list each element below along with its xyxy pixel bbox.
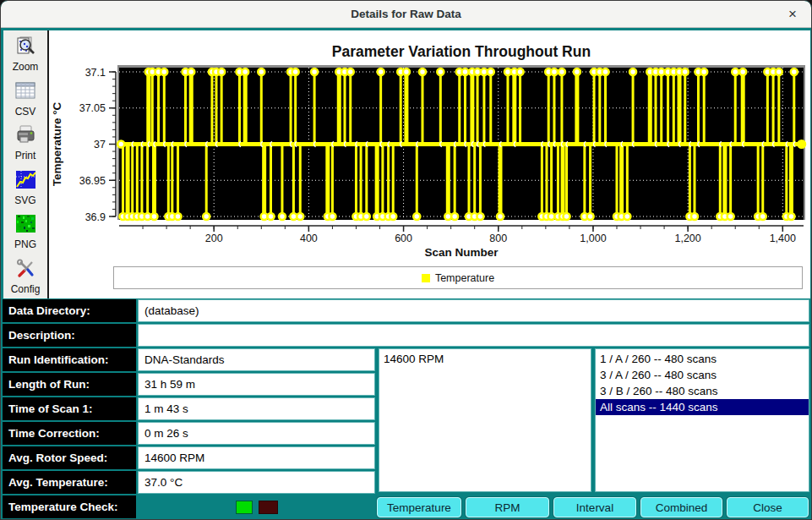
scan-list-item[interactable]: 3 / B / 260 -- 480 scans bbox=[596, 383, 809, 399]
rpm-list-item[interactable]: 14600 RPM bbox=[379, 351, 591, 367]
svg-text:1,400: 1,400 bbox=[770, 233, 796, 244]
form-label-8: Temperature Check: bbox=[3, 495, 136, 518]
svg-text:600: 600 bbox=[395, 233, 412, 244]
printer-icon bbox=[14, 124, 37, 149]
svg-text:36.95: 36.95 bbox=[79, 175, 106, 187]
temperature-check-ok-indicator bbox=[236, 501, 253, 514]
config-button[interactable]: Config bbox=[11, 258, 41, 295]
svg-text:36.9: 36.9 bbox=[85, 211, 106, 223]
scan-list[interactable]: 1 / A / 260 -- 480 scans3 / A / 260 -- 4… bbox=[595, 348, 809, 492]
close-button[interactable]: Close bbox=[727, 497, 809, 517]
svg-text:Temperature °C: Temperature °C bbox=[51, 101, 63, 186]
svg-button[interactable]: SVG bbox=[14, 169, 37, 206]
png-button-label: PNG bbox=[14, 238, 36, 250]
form-value-5: 0 m 26 s bbox=[138, 422, 375, 445]
png-image-icon bbox=[14, 213, 37, 238]
interval-button[interactable]: Interval bbox=[553, 497, 636, 517]
form-label-1: Description: bbox=[3, 324, 136, 347]
csv-button[interactable]: CSV bbox=[14, 80, 37, 118]
svg-button-label: SVG bbox=[14, 194, 35, 206]
csv-button-label: CSV bbox=[15, 106, 36, 118]
form-value-3: 31 h 59 m bbox=[138, 373, 375, 396]
scan-list-item[interactable]: 1 / A / 260 -- 480 scans bbox=[596, 351, 809, 367]
svg-text:37.05: 37.05 bbox=[79, 102, 106, 114]
close-icon[interactable]: × bbox=[782, 4, 803, 25]
toolbar: Zoom CSV bbox=[3, 30, 49, 298]
form-label-3: Length of Run: bbox=[3, 373, 136, 396]
zoom-button-label: Zoom bbox=[13, 61, 39, 73]
form-label-2: Run Identification: bbox=[3, 348, 136, 371]
titlebar: Details for Raw Data × bbox=[1, 1, 811, 28]
temperature-legend-label: Temperature bbox=[435, 272, 494, 284]
svg-text:200: 200 bbox=[205, 233, 223, 244]
form-label-0: Data Directory: bbox=[3, 299, 136, 322]
chart-panel: Parameter Variation Throughout Run37.137… bbox=[49, 30, 810, 298]
svg-text:400: 400 bbox=[300, 233, 318, 244]
svg-text:37.1: 37.1 bbox=[85, 67, 106, 79]
svg-text:37: 37 bbox=[94, 139, 106, 151]
png-button[interactable]: PNG bbox=[14, 213, 37, 250]
form-value-2: DNA-Standards bbox=[138, 348, 375, 371]
temperature-check-fault-indicator bbox=[259, 501, 278, 514]
temperature-legend-swatch bbox=[422, 274, 430, 282]
details-dialog: Details for Raw Data × Zoom bbox=[0, 0, 812, 520]
print-button[interactable]: Print bbox=[14, 124, 37, 161]
rpm-list[interactable]: 14600 RPM bbox=[379, 348, 591, 492]
print-button-label: Print bbox=[15, 150, 36, 161]
svg-text:Scan Number: Scan Number bbox=[424, 246, 499, 259]
chart-legend: Temperature bbox=[113, 266, 803, 289]
svg-text:800: 800 bbox=[489, 233, 507, 244]
form-label-4: Time of Scan 1: bbox=[3, 397, 136, 420]
form-label-5: Time Correction: bbox=[3, 422, 136, 445]
form-label-6: Avg. Rotor Speed: bbox=[3, 446, 136, 469]
zoom-button[interactable]: Zoom bbox=[13, 36, 39, 73]
scan-list-item[interactable]: All scans -- 1440 scans bbox=[596, 399, 809, 415]
config-tools-icon bbox=[14, 258, 37, 282]
form-label-7: Avg. Temperature: bbox=[3, 471, 136, 494]
csv-table-icon bbox=[14, 80, 37, 105]
svg-text:1,000: 1,000 bbox=[580, 233, 606, 244]
form-value-6: 14600 RPM bbox=[138, 446, 375, 469]
form-value-4: 1 m 43 s bbox=[138, 397, 375, 420]
temperature-chart: Parameter Variation Throughout Run37.137… bbox=[49, 30, 810, 266]
form-value-0: (database) bbox=[138, 299, 809, 322]
form-value-7: 37.0 °C bbox=[138, 471, 375, 494]
temperature-button[interactable]: Temperature bbox=[377, 497, 461, 517]
form-value-1 bbox=[138, 324, 809, 347]
combined-button[interactable]: Combined bbox=[640, 497, 722, 517]
svg-text:Parameter Variation Throughout: Parameter Variation Throughout Run bbox=[332, 43, 591, 60]
svg-chart-icon bbox=[14, 169, 37, 194]
window-title: Details for Raw Data bbox=[351, 8, 461, 20]
config-button-label: Config bbox=[11, 283, 41, 295]
svg-text:1,200: 1,200 bbox=[674, 233, 700, 244]
rpm-button[interactable]: RPM bbox=[466, 497, 549, 517]
zoom-document-icon bbox=[14, 36, 37, 60]
scan-list-item[interactable]: 3 / A / 260 -- 480 scans bbox=[596, 367, 809, 383]
